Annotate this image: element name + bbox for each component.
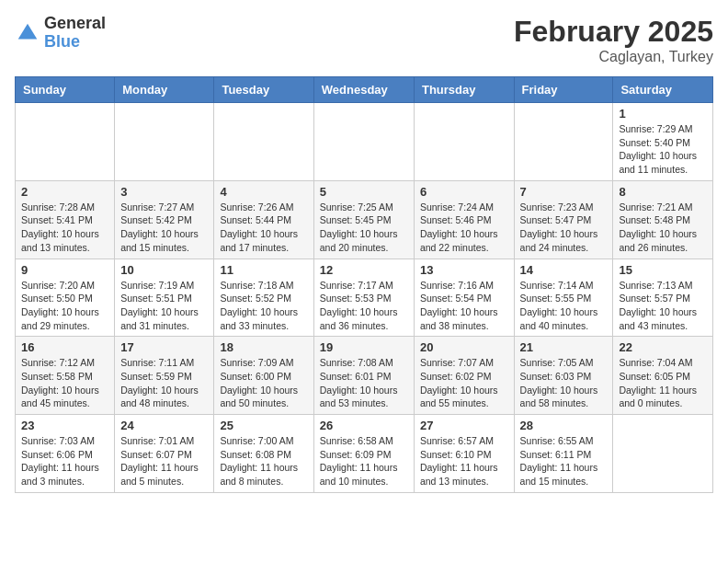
day-info: Sunrise: 7:27 AM Sunset: 5:42 PM Dayligh…: [120, 201, 208, 255]
calendar-cell: 13Sunrise: 7:16 AM Sunset: 5:54 PM Dayli…: [414, 259, 514, 337]
day-number: 3: [120, 185, 208, 199]
calendar-table: SundayMondayTuesdayWednesdayThursdayFrid…: [15, 76, 713, 493]
calendar-cell: 24Sunrise: 7:01 AM Sunset: 6:07 PM Dayli…: [115, 415, 214, 493]
calendar-cell: 17Sunrise: 7:11 AM Sunset: 5:59 PM Dayli…: [115, 337, 214, 415]
day-number: 20: [420, 340, 508, 354]
day-info: Sunrise: 6:55 AM Sunset: 6:11 PM Dayligh…: [520, 434, 608, 488]
calendar-cell: 19Sunrise: 7:08 AM Sunset: 6:01 PM Dayli…: [313, 337, 414, 415]
calendar-week-3: 9Sunrise: 7:20 AM Sunset: 5:50 PM Daylig…: [16, 259, 713, 337]
day-number: 26: [320, 419, 408, 432]
calendar-cell: 2Sunrise: 7:28 AM Sunset: 5:41 PM Daylig…: [16, 180, 115, 259]
day-info: Sunrise: 7:04 AM Sunset: 6:05 PM Dayligh…: [619, 356, 707, 410]
day-info: Sunrise: 7:08 AM Sunset: 6:01 PM Dayligh…: [320, 356, 408, 410]
calendar-cell: 23Sunrise: 7:03 AM Sunset: 6:06 PM Dayli…: [16, 415, 115, 493]
calendar-cell: 15Sunrise: 7:13 AM Sunset: 5:57 PM Dayli…: [613, 259, 713, 337]
weekday-header-monday: Monday: [115, 77, 214, 103]
day-info: Sunrise: 7:25 AM Sunset: 5:45 PM Dayligh…: [320, 201, 408, 255]
calendar-cell: 1Sunrise: 7:29 AM Sunset: 5:40 PM Daylig…: [613, 103, 713, 181]
weekday-header-wednesday: Wednesday: [313, 77, 414, 103]
calendar-header: SundayMondayTuesdayWednesdayThursdayFrid…: [16, 77, 713, 103]
day-number: 27: [420, 419, 508, 432]
page-header: General Blue February 2025 Caglayan, Tur…: [15, 15, 713, 65]
day-number: 19: [320, 340, 408, 354]
day-number: 1: [619, 107, 707, 121]
logo-general: General: [44, 15, 106, 33]
day-number: 17: [120, 340, 208, 354]
day-number: 13: [420, 263, 508, 277]
calendar-cell: 8Sunrise: 7:21 AM Sunset: 5:48 PM Daylig…: [613, 180, 713, 259]
calendar-cell: [313, 103, 414, 181]
day-info: Sunrise: 6:57 AM Sunset: 6:10 PM Dayligh…: [420, 434, 508, 488]
calendar-body: 1Sunrise: 7:29 AM Sunset: 5:40 PM Daylig…: [16, 103, 713, 493]
day-info: Sunrise: 6:58 AM Sunset: 6:09 PM Dayligh…: [320, 434, 408, 488]
title-block: February 2025 Caglayan, Turkey: [514, 15, 713, 65]
calendar-cell: 25Sunrise: 7:00 AM Sunset: 6:08 PM Dayli…: [214, 415, 313, 493]
day-info: Sunrise: 7:21 AM Sunset: 5:48 PM Dayligh…: [619, 201, 707, 255]
calendar-week-4: 16Sunrise: 7:12 AM Sunset: 5:58 PM Dayli…: [16, 337, 713, 415]
day-number: 15: [619, 263, 707, 277]
day-number: 23: [21, 419, 108, 432]
day-info: Sunrise: 7:29 AM Sunset: 5:40 PM Dayligh…: [619, 122, 707, 177]
calendar-cell: 20Sunrise: 7:07 AM Sunset: 6:02 PM Dayli…: [414, 337, 514, 415]
day-info: Sunrise: 7:11 AM Sunset: 5:59 PM Dayligh…: [120, 356, 208, 410]
calendar-week-2: 2Sunrise: 7:28 AM Sunset: 5:41 PM Daylig…: [16, 180, 713, 259]
day-number: 24: [120, 419, 208, 432]
logo: General Blue: [15, 15, 106, 52]
calendar-cell: [214, 103, 313, 181]
calendar-cell: [115, 103, 214, 181]
logo-icon: [15, 20, 40, 46]
calendar-cell: 18Sunrise: 7:09 AM Sunset: 6:00 PM Dayli…: [214, 337, 313, 415]
day-number: 7: [520, 185, 608, 199]
weekday-header-tuesday: Tuesday: [214, 77, 313, 103]
day-number: 18: [220, 340, 307, 354]
calendar-week-1: 1Sunrise: 7:29 AM Sunset: 5:40 PM Daylig…: [16, 103, 713, 181]
calendar-cell: 9Sunrise: 7:20 AM Sunset: 5:50 PM Daylig…: [16, 259, 115, 337]
month-title: February 2025: [514, 15, 713, 49]
day-number: 6: [420, 185, 508, 199]
day-number: 4: [220, 185, 307, 199]
weekday-header-thursday: Thursday: [414, 77, 514, 103]
calendar-cell: 12Sunrise: 7:17 AM Sunset: 5:53 PM Dayli…: [313, 259, 414, 337]
calendar-cell: 28Sunrise: 6:55 AM Sunset: 6:11 PM Dayli…: [514, 415, 613, 493]
day-number: 5: [320, 185, 408, 199]
weekday-header-friday: Friday: [514, 77, 613, 103]
day-number: 8: [619, 185, 707, 199]
calendar-cell: 14Sunrise: 7:14 AM Sunset: 5:55 PM Dayli…: [514, 259, 613, 337]
day-info: Sunrise: 7:23 AM Sunset: 5:47 PM Dayligh…: [520, 201, 608, 255]
svg-marker-0: [18, 24, 38, 40]
day-number: 16: [21, 340, 108, 354]
calendar-cell: 10Sunrise: 7:19 AM Sunset: 5:51 PM Dayli…: [115, 259, 214, 337]
day-info: Sunrise: 7:20 AM Sunset: 5:50 PM Dayligh…: [21, 279, 108, 333]
day-number: 9: [21, 263, 108, 277]
calendar-cell: 26Sunrise: 6:58 AM Sunset: 6:09 PM Dayli…: [313, 415, 414, 493]
day-number: 11: [220, 263, 307, 277]
calendar-cell: 3Sunrise: 7:27 AM Sunset: 5:42 PM Daylig…: [115, 180, 214, 259]
calendar-cell: [414, 103, 514, 181]
day-info: Sunrise: 7:19 AM Sunset: 5:51 PM Dayligh…: [120, 279, 208, 333]
calendar-week-5: 23Sunrise: 7:03 AM Sunset: 6:06 PM Dayli…: [16, 415, 713, 493]
calendar-cell: 4Sunrise: 7:26 AM Sunset: 5:44 PM Daylig…: [214, 180, 313, 259]
logo-text: General Blue: [44, 15, 106, 52]
day-info: Sunrise: 7:14 AM Sunset: 5:55 PM Dayligh…: [520, 279, 608, 333]
calendar-cell: 6Sunrise: 7:24 AM Sunset: 5:46 PM Daylig…: [414, 180, 514, 259]
day-info: Sunrise: 7:28 AM Sunset: 5:41 PM Dayligh…: [21, 201, 108, 255]
calendar-cell: 7Sunrise: 7:23 AM Sunset: 5:47 PM Daylig…: [514, 180, 613, 259]
day-info: Sunrise: 7:13 AM Sunset: 5:57 PM Dayligh…: [619, 279, 707, 333]
calendar-cell: [514, 103, 613, 181]
day-number: 10: [120, 263, 208, 277]
day-info: Sunrise: 7:26 AM Sunset: 5:44 PM Dayligh…: [220, 201, 307, 255]
calendar-cell: 22Sunrise: 7:04 AM Sunset: 6:05 PM Dayli…: [613, 337, 713, 415]
day-number: 21: [520, 340, 608, 354]
day-info: Sunrise: 7:05 AM Sunset: 6:03 PM Dayligh…: [520, 356, 608, 410]
day-info: Sunrise: 7:01 AM Sunset: 6:07 PM Dayligh…: [120, 434, 208, 488]
weekday-header-row: SundayMondayTuesdayWednesdayThursdayFrid…: [16, 77, 713, 103]
calendar-cell: [16, 103, 115, 181]
day-info: Sunrise: 7:18 AM Sunset: 5:52 PM Dayligh…: [220, 279, 307, 333]
day-info: Sunrise: 7:12 AM Sunset: 5:58 PM Dayligh…: [21, 356, 108, 410]
day-info: Sunrise: 7:09 AM Sunset: 6:00 PM Dayligh…: [220, 356, 307, 410]
day-number: 12: [320, 263, 408, 277]
day-info: Sunrise: 7:17 AM Sunset: 5:53 PM Dayligh…: [320, 279, 408, 333]
calendar-cell: 5Sunrise: 7:25 AM Sunset: 5:45 PM Daylig…: [313, 180, 414, 259]
calendar-cell: 21Sunrise: 7:05 AM Sunset: 6:03 PM Dayli…: [514, 337, 613, 415]
day-info: Sunrise: 7:07 AM Sunset: 6:02 PM Dayligh…: [420, 356, 508, 410]
